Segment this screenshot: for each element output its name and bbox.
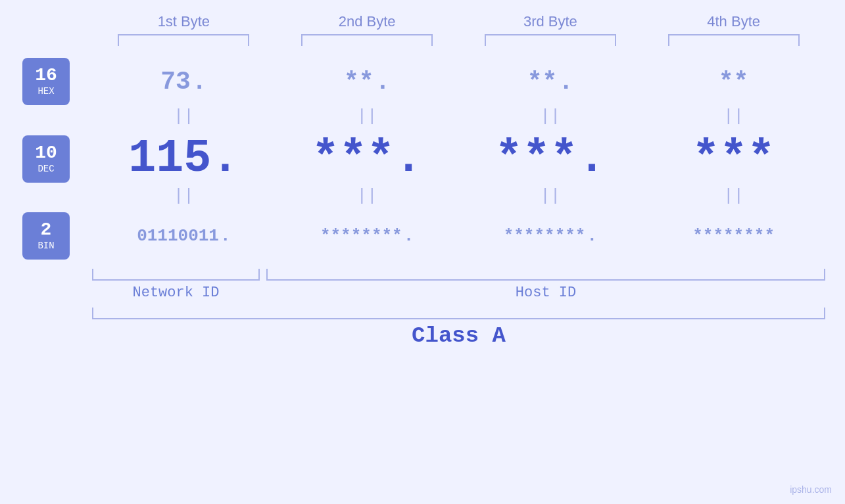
dec-value-3: ***. <box>495 133 606 185</box>
top-brackets-row <box>0 34 845 46</box>
main-container: 1st Byte 2nd Byte 3rd Byte 4th Byte 16 H… <box>0 0 845 504</box>
eq-2: || <box>285 108 449 125</box>
class-bracket <box>92 308 825 319</box>
hex-cell-1: 73 . <box>101 68 266 96</box>
byte-header-4: 4th Byte <box>652 13 816 30</box>
byte-header-1: 1st Byte <box>101 13 266 30</box>
hex-value-2: ** <box>344 68 374 96</box>
badge-bin: 2 BIN <box>22 212 70 260</box>
eq-3: || <box>468 108 633 125</box>
eq-b-1: || <box>101 187 266 204</box>
dec-value-4: *** <box>692 133 775 185</box>
bin-dot-1: . <box>220 226 231 246</box>
bin-dot-2: . <box>404 226 414 246</box>
bracket-4 <box>668 34 800 46</box>
dec-cell-1: 115. <box>101 133 266 185</box>
dec-value-2: ***. <box>312 133 422 185</box>
bin-value-3: ******** <box>504 226 586 246</box>
bin-cell-4: ******** <box>652 226 816 246</box>
hex-value-1: 73 <box>160 68 191 96</box>
bracket-2 <box>301 34 433 46</box>
badge-dec: 10 DEC <box>22 135 70 183</box>
eq-b-2: || <box>285 187 449 204</box>
host-id-label: Host ID <box>266 285 825 301</box>
hex-dot-1: . <box>192 68 207 96</box>
hex-dot-3: . <box>558 68 573 96</box>
eq-b-4: || <box>652 187 816 204</box>
network-id-bracket <box>92 269 260 281</box>
bin-cell-3: ******** . <box>468 226 633 246</box>
hex-cell-2: ** . <box>285 68 449 96</box>
hex-dot-2: . <box>375 68 391 96</box>
host-id-bracket <box>266 269 825 281</box>
class-label: Class A <box>412 323 506 348</box>
byte-header-2: 2nd Byte <box>285 13 449 30</box>
dec-value-1: 115. <box>128 133 239 185</box>
network-id-label: Network ID <box>92 285 260 301</box>
dec-cell-4: *** <box>652 133 816 185</box>
eq-1: || <box>101 108 266 125</box>
bracket-1 <box>118 34 249 46</box>
bracket-3 <box>485 34 616 46</box>
hex-value-3: ** <box>527 68 558 96</box>
badge-hex: 16 HEX <box>22 58 70 105</box>
byte-headers: 1st Byte 2nd Byte 3rd Byte 4th Byte <box>0 13 845 30</box>
eq-4: || <box>652 108 816 125</box>
dec-cell-3: ***. <box>468 133 633 185</box>
bin-value-2: ******** <box>320 226 402 246</box>
watermark: ipshu.com <box>790 484 832 495</box>
bin-value-4: ******** <box>692 226 775 246</box>
bin-cell-2: ******** . <box>285 226 449 246</box>
hex-cell-4: ** <box>652 68 816 96</box>
bin-value-1: 01110011 <box>137 226 219 246</box>
byte-header-3: 3rd Byte <box>468 13 633 30</box>
eq-b-3: || <box>468 187 633 204</box>
bin-dot-3: . <box>587 226 597 246</box>
hex-value-4: ** <box>719 68 749 96</box>
bin-cell-1: 01110011 . <box>101 226 266 246</box>
dec-cell-2: ***. <box>285 133 449 185</box>
hex-cell-3: ** . <box>468 68 633 96</box>
